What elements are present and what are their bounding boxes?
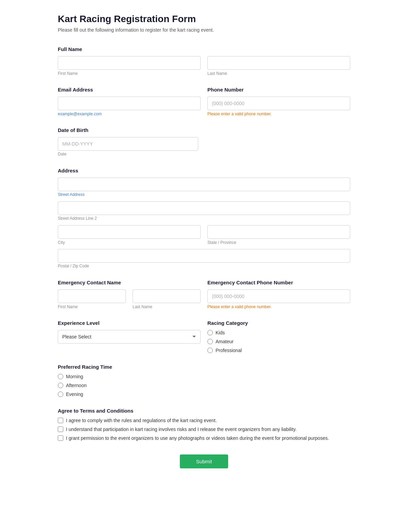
terms-checkbox-2[interactable] <box>58 427 63 432</box>
city-state-row: City State / Province <box>58 225 350 245</box>
address-label: Address <box>58 168 350 173</box>
terms-checkbox-group: I agree to comply with the rules and reg… <box>58 418 350 441</box>
terms-item-3[interactable]: I grant permission to the event organize… <box>58 435 350 441</box>
emergency-section: Emergency Contact Name First Name Last N… <box>58 280 350 309</box>
emergency-firstname-hint: First Name <box>58 304 126 309</box>
racing-category-amateur[interactable]: Amateur <box>207 339 350 344</box>
city-field: City <box>58 225 201 245</box>
preferred-time-evening-radio[interactable] <box>58 392 63 397</box>
preferred-time-afternoon-radio[interactable] <box>58 383 63 388</box>
street2-hint: Street Address Line 2 <box>58 216 97 221</box>
racing-category-amateur-label: Amateur <box>216 339 234 344</box>
preferred-time-section: Preferred Racing Time Morning Afternoon … <box>58 364 350 397</box>
terms-item-1[interactable]: I agree to comply with the rules and reg… <box>58 418 350 423</box>
full-name-section: Full Name First Name Last Name <box>58 46 350 76</box>
terms-section: Agree to Terms and Conditions I agree to… <box>58 408 350 441</box>
preferred-time-evening[interactable]: Evening <box>58 392 350 397</box>
first-name-field: First Name <box>58 56 201 76</box>
emergency-lastname-input[interactable] <box>133 289 201 303</box>
state-field: State / Province <box>207 225 350 245</box>
phone-label: Phone Number <box>207 87 350 93</box>
racing-category-group: Racing Category Kids Amateur Professiona… <box>207 320 350 353</box>
racing-category-amateur-radio[interactable] <box>207 339 213 344</box>
last-name-hint: Last Name <box>207 71 350 76</box>
emergency-lastname-hint: Last Name <box>133 304 201 309</box>
preferred-time-afternoon-label: Afternoon <box>66 383 87 388</box>
terms-checkbox-1[interactable] <box>58 418 63 423</box>
last-name-field: Last Name <box>207 56 350 76</box>
racing-category-professional-radio[interactable] <box>207 348 213 353</box>
street2-input[interactable] <box>58 201 350 215</box>
terms-item-2[interactable]: I understand that participation in kart … <box>58 427 350 432</box>
dob-section: Date of Birth Date <box>58 127 350 157</box>
city-input[interactable] <box>58 225 201 239</box>
submit-area: Submit <box>58 454 350 468</box>
preferred-time-label: Preferred Racing Time <box>58 364 350 370</box>
email-input[interactable] <box>58 97 201 110</box>
first-name-hint: First Name <box>58 71 201 76</box>
emergency-firstname-field: First Name <box>58 289 126 309</box>
phone-hint: Please enter a valid phone number. <box>207 112 350 116</box>
email-hint: example@example.com <box>58 112 201 116</box>
postal-field: Postal / Zip Code <box>58 249 350 269</box>
emergency-phone-input[interactable] <box>207 289 350 303</box>
preferred-time-morning-radio[interactable] <box>58 374 63 379</box>
emergency-phone-label: Emergency Contact Phone Number <box>207 280 350 285</box>
racing-category-kids-label: Kids <box>216 330 225 335</box>
terms-text-2: I understand that participation in kart … <box>66 427 296 432</box>
dob-input[interactable] <box>58 137 198 151</box>
experience-level-group: Experience Level Please Select Beginner … <box>58 320 201 344</box>
last-name-input[interactable] <box>207 56 350 70</box>
racing-category-label: Racing Category <box>207 320 350 326</box>
phone-input[interactable] <box>207 97 350 110</box>
racing-category-professional-label: Professional <box>216 348 242 353</box>
address-section: Address Street Address Street Address Li… <box>58 168 350 269</box>
emergency-name-group: Emergency Contact Name First Name Last N… <box>58 280 201 309</box>
phone-field-group: Phone Number Please enter a valid phone … <box>207 87 350 116</box>
city-hint: City <box>58 240 201 245</box>
state-input[interactable] <box>207 225 350 239</box>
first-name-input[interactable] <box>58 56 201 70</box>
postal-hint: Postal / Zip Code <box>58 264 89 268</box>
email-field-group: Email Address example@example.com <box>58 87 201 116</box>
email-phone-section: Email Address example@example.com Phone … <box>58 87 350 116</box>
terms-label: Agree to Terms and Conditions <box>58 408 350 414</box>
preferred-time-afternoon[interactable]: Afternoon <box>58 383 350 388</box>
racing-category-kids-radio[interactable] <box>207 330 213 335</box>
page-subtitle: Please fill out the following informatio… <box>58 27 350 33</box>
emergency-firstname-input[interactable] <box>58 289 126 303</box>
street1-hint: Street Address <box>58 192 85 197</box>
racing-category-professional[interactable]: Professional <box>207 348 350 353</box>
postal-input[interactable] <box>58 249 350 263</box>
street1-input[interactable] <box>58 178 350 191</box>
experience-level-select[interactable]: Please Select Beginner Intermediate Adva… <box>58 330 201 344</box>
emergency-lastname-field: Last Name <box>133 289 201 309</box>
terms-text-1: I agree to comply with the rules and reg… <box>66 418 217 423</box>
submit-button[interactable]: Submit <box>180 454 228 468</box>
preferred-time-radio-group: Morning Afternoon Evening <box>58 374 350 397</box>
street2-field: Street Address Line 2 <box>58 201 350 221</box>
email-label: Email Address <box>58 87 201 93</box>
racing-category-radio-group: Kids Amateur Professional <box>207 330 350 353</box>
street1-field: Street Address <box>58 178 350 197</box>
dob-label: Date of Birth <box>58 127 350 133</box>
state-hint: State / Province <box>207 240 350 245</box>
preferred-time-evening-label: Evening <box>66 392 83 397</box>
emergency-name-label: Emergency Contact Name <box>58 280 201 285</box>
terms-checkbox-3[interactable] <box>58 435 63 441</box>
experience-level-label: Experience Level <box>58 320 201 326</box>
racing-category-kids[interactable]: Kids <box>207 330 350 335</box>
preferred-time-morning-label: Morning <box>66 374 83 379</box>
page-title: Kart Racing Registration Form <box>58 14 350 24</box>
full-name-label: Full Name <box>58 46 350 52</box>
preferred-time-morning[interactable]: Morning <box>58 374 350 379</box>
emergency-phone-group: Emergency Contact Phone Number Please en… <box>207 280 350 309</box>
terms-text-3: I grant permission to the event organize… <box>66 435 329 441</box>
experience-category-section: Experience Level Please Select Beginner … <box>58 320 350 353</box>
emergency-phone-hint: Please enter a valid phone number. <box>207 304 350 309</box>
dob-hint: Date <box>58 152 66 156</box>
